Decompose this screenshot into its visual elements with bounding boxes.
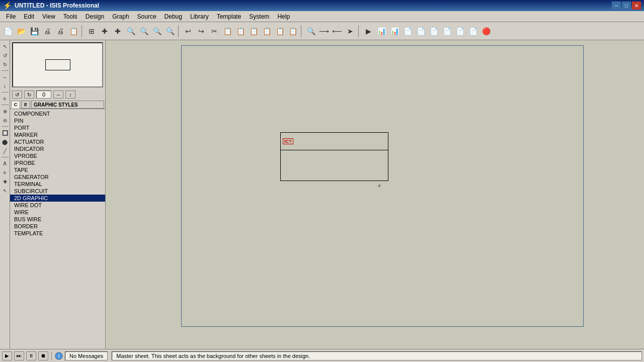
canvas-component[interactable]: IC? xyxy=(280,132,388,181)
flip-h-button[interactable]: ↔ xyxy=(53,90,63,99)
style-tape[interactable]: TAPE xyxy=(10,166,105,173)
move-v-tool[interactable]: ↕ xyxy=(1,82,9,90)
arrow-right-button[interactable]: ⟶ xyxy=(318,25,330,37)
step-status-button[interactable]: ⏭ xyxy=(14,351,24,360)
zoom-in-tool[interactable]: ⊕ xyxy=(1,107,9,115)
menu-debug[interactable]: Debug xyxy=(160,12,186,21)
view-zoom-button[interactable]: 🔍 xyxy=(305,25,317,37)
circle-tool[interactable]: ⬤ xyxy=(1,138,9,146)
copy-button[interactable]: 📋 xyxy=(67,25,79,37)
paste3-button[interactable]: 📋 xyxy=(248,25,260,37)
zoom-out-tool[interactable]: ⊖ xyxy=(1,116,9,124)
redo-button[interactable]: ↪ xyxy=(195,25,207,37)
arrow-left-button[interactable]: ⟵ xyxy=(331,25,343,37)
chart2-button[interactable]: 📊 xyxy=(388,25,400,37)
style-border[interactable]: BORDER xyxy=(10,223,105,230)
menu-library[interactable]: Library xyxy=(186,12,213,21)
play-button[interactable]: ➤ xyxy=(344,25,356,37)
menu-template[interactable]: Template xyxy=(213,12,246,21)
redo-tool[interactable]: ↻ xyxy=(1,60,9,68)
zoom-in-button[interactable]: 🔍 xyxy=(125,25,137,37)
paste2-button[interactable]: 📋 xyxy=(234,25,247,37)
print-button[interactable]: 🖨 xyxy=(41,25,53,37)
paste5-button[interactable]: 📋 xyxy=(274,25,286,37)
paste6-button[interactable]: 📋 xyxy=(287,25,299,37)
list-tool[interactable]: ≡ xyxy=(1,95,9,103)
style-actuator[interactable]: ACTUATOR xyxy=(10,138,105,145)
zoom-fit-button[interactable]: 🔍 xyxy=(164,25,176,37)
tab-e[interactable]: E xyxy=(21,101,30,109)
paste4-button[interactable]: 📋 xyxy=(261,25,273,37)
menu-tools[interactable]: Tools xyxy=(59,12,82,21)
print2-button[interactable]: 🖨 xyxy=(54,25,66,37)
rect-tool[interactable]: 🔲 xyxy=(1,129,9,137)
zoom-out-button[interactable]: 🔍 xyxy=(138,25,150,37)
stop-button[interactable]: 🔴 xyxy=(480,25,492,37)
open-button[interactable]: 📂 xyxy=(15,25,27,37)
pointer-tool[interactable]: ↖ xyxy=(1,187,9,195)
line-tool[interactable]: ╱ xyxy=(1,147,9,155)
style-bus-wire[interactable]: BUS WIRE xyxy=(10,216,105,223)
style-iprobe[interactable]: IPROBE xyxy=(10,159,105,166)
doc1-button[interactable]: 📄 xyxy=(401,25,414,37)
style-subcircuit[interactable]: SUBCIRCUIT xyxy=(10,188,105,195)
save-button[interactable]: 💾 xyxy=(28,25,40,37)
pause-status-button[interactable]: ⏸ xyxy=(26,351,36,360)
canvas-area[interactable]: IC? + xyxy=(106,40,644,349)
rotate-left-button[interactable]: ↺ xyxy=(12,90,22,99)
script-tool[interactable]: ≡ xyxy=(1,168,9,176)
chart1-button[interactable]: 📊 xyxy=(375,25,387,37)
doc5-button[interactable]: 📄 xyxy=(454,25,466,37)
doc4-button[interactable]: 📄 xyxy=(441,25,453,37)
run-button[interactable]: ▶ xyxy=(362,25,374,37)
paste1-button[interactable]: 📋 xyxy=(221,25,233,37)
move-h-tool[interactable]: ↔ xyxy=(1,73,9,81)
cut-button[interactable]: ✂ xyxy=(208,25,220,37)
style-pin[interactable]: PIN xyxy=(10,117,105,124)
doc3-button[interactable]: 📄 xyxy=(428,25,440,37)
style-wire[interactable]: WIRE xyxy=(10,209,105,216)
undo-tool[interactable]: ↺ xyxy=(1,51,9,59)
menu-view[interactable]: View xyxy=(38,12,59,21)
add2-button[interactable]: ✚ xyxy=(112,25,124,37)
minimize-button[interactable]: ─ xyxy=(612,2,621,10)
text-tool[interactable]: A xyxy=(1,159,9,167)
style-terminal[interactable]: TERMINAL xyxy=(10,180,105,188)
menu-design[interactable]: Design xyxy=(82,12,108,21)
doc6-button[interactable]: 📄 xyxy=(467,25,479,37)
maximize-button[interactable]: □ xyxy=(622,2,631,10)
rotation-input[interactable] xyxy=(36,90,51,99)
design-area[interactable] xyxy=(181,45,584,327)
flip-v-button[interactable]: ↕ xyxy=(65,90,75,99)
zoom-area-button[interactable]: 🔍 xyxy=(151,25,163,37)
add1-button[interactable]: ✚ xyxy=(99,25,111,37)
style-template[interactable]: TEMPLATE xyxy=(10,230,105,237)
undo-button[interactable]: ↩ xyxy=(182,25,194,37)
grid-button[interactable]: ⊞ xyxy=(86,25,98,37)
doc2-button[interactable]: 📄 xyxy=(415,25,427,37)
menu-edit[interactable]: Edit xyxy=(20,12,38,21)
menu-system[interactable]: System xyxy=(245,12,273,21)
rotate-right-button[interactable]: ↻ xyxy=(24,90,34,99)
tab-c[interactable]: C xyxy=(11,101,20,109)
style-port[interactable]: PORT xyxy=(10,124,105,131)
style-vprobe[interactable]: VPROBE xyxy=(10,152,105,159)
menu-help[interactable]: Help xyxy=(273,12,294,21)
menu-source[interactable]: Source xyxy=(133,12,160,21)
style-indicator[interactable]: INDICATOR xyxy=(10,145,105,152)
info-icon[interactable]: i xyxy=(55,352,63,360)
new-button[interactable]: 📄 xyxy=(2,25,14,37)
menu-graph[interactable]: Graph xyxy=(108,12,133,21)
select-tool[interactable]: ↖ xyxy=(1,42,9,50)
menu-file[interactable]: File xyxy=(2,12,20,21)
style-2d-graphic[interactable]: 2D GRAPHIC xyxy=(10,195,105,202)
add-tool[interactable]: ✚ xyxy=(1,177,9,186)
style-component[interactable]: COMPONENT xyxy=(10,110,105,117)
close-button[interactable]: ✕ xyxy=(632,2,641,10)
stop-status-button[interactable]: ⏹ xyxy=(38,351,48,360)
style-generator[interactable]: GENERATOR xyxy=(10,173,105,180)
style-marker[interactable]: MARKER xyxy=(10,131,105,138)
style-wire-dot[interactable]: WIRE DOT xyxy=(10,202,105,209)
sep4 xyxy=(358,25,360,37)
play-status-button[interactable]: ▶ xyxy=(2,351,12,360)
